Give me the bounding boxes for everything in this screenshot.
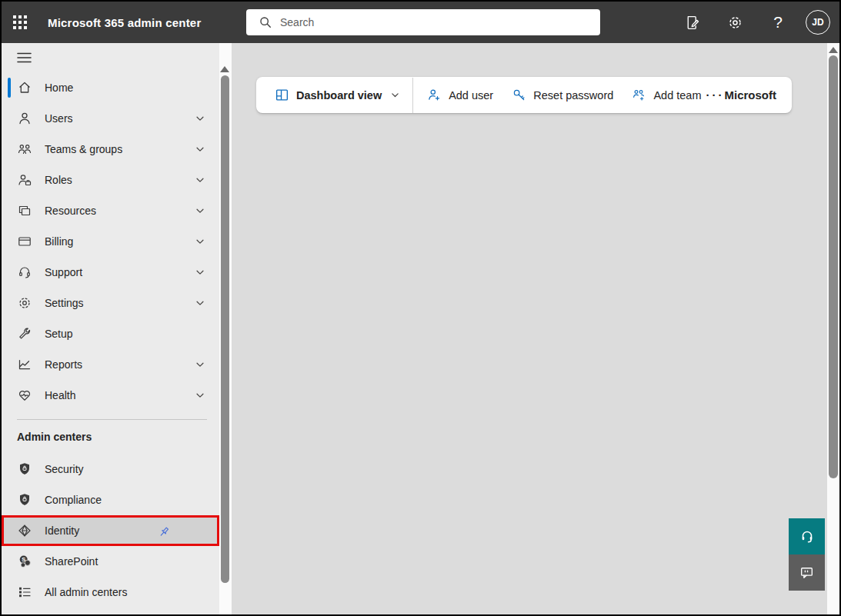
sidebar-scrollbar-thumb[interactable] [221,75,229,583]
reset-password-button[interactable]: Reset password [512,88,613,102]
sidebar-item-sharepoint[interactable]: S SharePoint [2,546,219,577]
sidebar-item-label: Billing [45,235,195,248]
more-actions-button[interactable]: ··· [706,88,725,102]
app-launcher-button[interactable] [2,2,38,43]
sidebar-item-setup[interactable]: Setup [2,318,219,349]
help-icon: ? [773,13,783,32]
search-box[interactable] [246,9,600,35]
toolbar-divider [412,78,413,113]
headset-icon [799,528,816,545]
sidebar-item-home[interactable]: Home [2,72,219,103]
chevron-down-icon [390,90,400,100]
reset-password-label: Reset password [533,89,613,102]
app-title: Microsoft 365 admin center [48,16,201,29]
feedback-page-icon [684,15,700,31]
health-heart-icon [17,388,32,403]
chevron-down-icon [195,236,205,247]
sidebar-item-label: SharePoint [45,555,207,568]
add-team-button[interactable]: Add team [632,88,701,102]
dashboard-view-dropdown[interactable]: Dashboard view [275,88,400,102]
chevron-down-icon [195,267,205,278]
admin-center-page: Microsoft 365 admin center ? [0,0,841,616]
add-team-icon [632,88,646,102]
search-icon [259,15,272,29]
sidebar-item-all-admin-centers[interactable]: All admin centers [2,577,219,608]
chevron-down-icon [195,359,205,370]
sidebar-item-label: Settings [45,297,195,309]
scroll-up-arrow[interactable] [220,66,229,72]
chevron-down-icon [195,144,205,155]
main-content: Dashboard view Add user [232,43,827,614]
add-team-label: Add team [653,89,701,102]
settings-button[interactable] [719,7,750,38]
svg-text:S: S [22,556,25,563]
main-scrollbar[interactable] [827,43,839,614]
gear-icon [727,15,743,31]
dashboard-view-label: Dashboard view [296,89,382,102]
sidebar-item-label: Resources [45,205,195,217]
sidebar-item-support[interactable]: Support [2,257,219,288]
sidebar-item-label: Roles [45,174,195,186]
sidebar-item-health[interactable]: Health [2,380,219,411]
sidebar-item-billing[interactable]: Billing [2,226,219,257]
setup-wrench-icon [17,326,32,341]
sidebar-item-label: Users [45,112,195,125]
search-input[interactable] [280,16,592,28]
hamburger-icon [17,52,32,63]
sidebar-item-settings[interactable]: Settings [2,288,219,318]
chevron-down-icon [195,175,205,185]
settings-gear-icon [17,295,32,311]
sidebar-scrollbar[interactable] [219,43,232,614]
security-shield-icon [17,461,32,477]
avatar-initials: JD [812,17,823,28]
main-scrollbar-thumb[interactable] [829,55,838,478]
admin-centers-heading: Admin centers [2,420,219,454]
chat-bubble-icon [799,564,815,581]
help-button[interactable]: ? [763,7,793,38]
support-icon [17,265,32,280]
sidebar-item-label: Setup [45,328,207,340]
sidebar-item-label: Compliance [45,494,207,506]
sidebar-item-label: All admin centers [45,586,207,598]
top-bar: Microsoft 365 admin center ? [2,2,839,43]
dashboard-grid-icon [275,88,289,102]
identity-icon [17,523,32,538]
sharepoint-icon: S [17,554,32,569]
sidebar-item-security[interactable]: Security [2,454,219,484]
brand-label: Microsoft [725,88,777,102]
scroll-up-arrow[interactable] [829,47,838,53]
sidebar-item-compliance[interactable]: Compliance [2,484,219,515]
feedback-page-button[interactable] [676,7,707,38]
chevron-down-icon [195,205,205,216]
resources-icon [17,203,32,218]
chevron-down-icon [195,298,205,308]
reports-chart-icon [17,357,32,372]
sidebar-item-identity[interactable]: Identity [2,515,219,546]
feedback-button[interactable] [789,554,825,591]
sidebar-nav: Home Users Teams & groups [2,43,219,614]
topbar-actions: ? JD [676,7,839,38]
dashboard-toolbar: Dashboard view Add user [256,77,792,113]
home-icon [17,80,32,95]
add-user-icon [427,88,442,102]
sidebar-item-roles[interactable]: Roles [2,165,219,195]
add-user-button[interactable]: Add user [427,88,493,102]
sidebar-item-teams-groups[interactable]: Teams & groups [2,134,219,165]
sidebar-item-label: Reports [45,358,195,371]
sidebar-item-label: Security [45,463,207,475]
all-admin-centers-icon [17,584,32,600]
account-avatar[interactable]: JD [806,10,830,35]
sidebar-item-label: Support [45,266,195,278]
sidebar-item-label: Identity [45,524,205,537]
teams-groups-icon [17,142,32,157]
sidebar-item-users[interactable]: Users [2,103,219,134]
sidebar-item-reports[interactable]: Reports [2,349,219,380]
pin-icon[interactable] [157,525,171,539]
sidebar-item-label: Home [45,82,207,94]
roles-icon [17,172,32,188]
sidebar-item-resources[interactable]: Resources [2,195,219,226]
nav-collapse-button[interactable] [2,43,219,72]
help-assistant-button[interactable] [789,518,825,554]
body-layout: Home Users Teams & groups [2,43,839,614]
user-icon [17,111,32,126]
